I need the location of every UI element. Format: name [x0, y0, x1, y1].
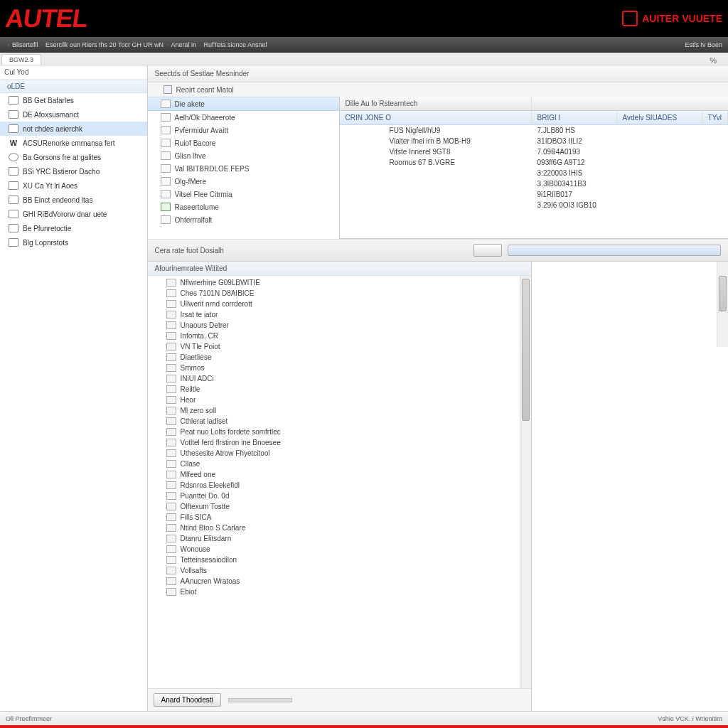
folder-icon [161, 126, 171, 134]
module-item[interactable]: Votltel ferd flrstiron ine Bnoesee [148, 437, 531, 448]
tab-active[interactable]: BGW2.3 [1, 54, 41, 65]
category-item[interactable]: Aelh/Ok Dhaeerote [148, 111, 339, 124]
tab-right-icon[interactable]: % [710, 56, 728, 65]
sidebar-item[interactable]: BB Einct endeond ltas [0, 193, 147, 207]
module-item[interactable]: Cllase [148, 459, 531, 469]
module-item[interactable]: Puanttei Do. 0d [148, 491, 531, 501]
module-item[interactable]: INiUl ADCi [148, 373, 531, 384]
module-item[interactable]: Ebiot [148, 587, 531, 597]
box-icon [9, 181, 18, 190]
module-item[interactable]: Irsat te iator [148, 309, 531, 320]
category-item[interactable]: Raseertolume [148, 200, 339, 213]
sidebar-item[interactable]: Ba Gorsons fre at galites [0, 150, 147, 164]
module-item[interactable]: Peat nuo Lolts fordete somfrtlec [148, 427, 531, 437]
module-item[interactable]: Rdsnros Eleekefidl [148, 480, 531, 491]
scroll-thumb[interactable] [522, 279, 530, 421]
module-item[interactable]: Uthesesite Atrow Fhyetcitool [148, 448, 531, 459]
sidebar-item[interactable]: BSi YRC Bstieror Dacho [0, 164, 147, 178]
sidebar-item[interactable]: WACSURenorke cmrnansa fert [0, 136, 147, 150]
module-item[interactable]: Cthlerat ladlset [148, 416, 531, 427]
sidebar-item[interactable]: DE Afoxsusmanct [0, 107, 147, 122]
table-row[interactable]: Roornus 67 B.VGRE093ff6G A9T12 [340, 157, 728, 168]
category-label: Vitsel Flee Citrmia [175, 191, 232, 198]
category-item[interactable]: Vitsel Flee Citrmia [148, 188, 339, 200]
sidebar-section[interactable]: oLDE [0, 80, 147, 93]
cell-name [340, 191, 532, 198]
table-row[interactable]: FUS Nigfell/hU97.JLB80 HS [340, 125, 728, 136]
module-item[interactable]: Wonouse [148, 544, 531, 555]
category-item[interactable]: Ohterrralfalt [148, 213, 339, 226]
table-row[interactable]: 3:220003 IHIS [340, 168, 728, 178]
module-item[interactable]: Heor [148, 395, 531, 405]
module-item[interactable]: Unaours Detrer [148, 320, 531, 331]
module-item[interactable]: Dtanru Elitsdarn [148, 533, 531, 544]
module-label: Diaetliese [181, 353, 212, 361]
sidebar-item-label: BSi YRC Bstieror Dacho [23, 168, 100, 176]
scroll-thumb[interactable] [719, 276, 727, 311]
category-item[interactable]: Die akete [148, 97, 339, 111]
sidebar-item[interactable]: GHI RiBdVororw dnar uete [0, 207, 147, 221]
main-sub[interactable]: Reoirt ceant Matol [148, 82, 728, 97]
module-label: Nflwrerhine G09LBWITIE [181, 279, 260, 287]
module-item[interactable]: Ntind Btoo S Carlare [148, 523, 531, 533]
module-item[interactable]: Ches 7101N D8AIBICE [148, 288, 531, 299]
module-label: Peat nuo Lolts fordete somfrtlec [181, 428, 281, 436]
table-row[interactable]: Vialter ifnei irn B MOB-H931IDBO3 IILI2 [340, 136, 728, 146]
col-header[interactable]: TYvl [702, 111, 728, 124]
action-button[interactable]: Anard Thoodesti [154, 693, 221, 707]
menu-right[interactable]: Estls tv Boen [685, 41, 722, 48]
module-item[interactable]: Nflwrerhine G09LBWITIE [148, 277, 531, 288]
scrollbar[interactable] [717, 262, 728, 347]
detail-button[interactable] [473, 244, 502, 257]
sidebar-header: Cul Yod [0, 65, 147, 80]
category-item[interactable]: Glisn lhve [148, 149, 339, 162]
module-item[interactable]: AAnucren Wratoas [148, 576, 531, 587]
module-item[interactable]: Diaetliese [148, 352, 531, 363]
module-item[interactable]: Smmos [148, 363, 531, 373]
table-row[interactable]: 3.3IB003411B3 [340, 178, 728, 189]
folder-icon [161, 203, 171, 211]
sidebar-item[interactable]: Blg Lopnrstots [0, 235, 147, 250]
table-row[interactable]: Vifste Innerel 9GT87.09B4A0193 [340, 146, 728, 157]
col-header[interactable]: BRIGI I [532, 111, 617, 124]
menu-item[interactable]: RufTeta sionce Ansnel [203, 41, 267, 48]
sidebar-item-label: Be Pfunretoctie [23, 225, 71, 232]
sidebar-item[interactable]: not chdes aeierchk [0, 122, 147, 136]
module-item[interactable]: VN Tle Poiot [148, 341, 531, 352]
cell-name [340, 180, 532, 188]
module-item[interactable]: Ml zero soll [148, 405, 531, 416]
sidebar-item[interactable]: Be Pfunretoctie [0, 221, 147, 235]
module-label: Ebiot [181, 588, 197, 596]
module-item[interactable]: Fills SICA [148, 512, 531, 523]
folder-icon [161, 151, 171, 160]
category-item[interactable]: Pvfermidur Avaitt [148, 124, 339, 136]
table-row[interactable]: 3.29I6 0OI3 IGB10 [340, 200, 728, 210]
module-item[interactable]: Ullwerit nrnd corrderott [148, 299, 531, 309]
module-label: Rdsnros Eleekefidl [181, 481, 240, 489]
col-header[interactable]: Avdelv SIUADES [617, 111, 702, 124]
box-icon [9, 124, 18, 133]
module-item[interactable]: Mlfeed one [148, 469, 531, 480]
sidebar-item[interactable]: BB Get Bafarles [0, 93, 147, 107]
category-item[interactable]: Olg-fMere [148, 175, 339, 188]
slider-track[interactable] [228, 698, 292, 702]
table-row[interactable]: 9i1RIIB017 [340, 189, 728, 200]
module-item[interactable]: Olftexum Tostte [148, 501, 531, 512]
module-item[interactable]: Infomta. CR [148, 331, 531, 341]
detail-bar: Cera rate fuot Dosialh [148, 239, 728, 262]
sidebar-item[interactable]: XU Ca Yt lri Aoes [0, 178, 147, 193]
box-icon [9, 96, 18, 105]
scrollbar[interactable] [520, 276, 531, 688]
module-item[interactable]: Tetteinsesaiodilon [148, 555, 531, 565]
category-label: Olg-fMere [175, 178, 206, 186]
category-item[interactable]: Ruiof Bacore [148, 136, 339, 149]
category-item[interactable]: Val IBITBRDLOE FEPS [148, 162, 339, 175]
module-item[interactable]: Reiltle [148, 384, 531, 395]
module-item[interactable]: Vollsafts [148, 565, 531, 576]
menu-item[interactable]: Esercilk oun Riers ths 20 Tocr GH UR wN [46, 41, 164, 48]
col-header[interactable]: CRIN JONE O [340, 111, 532, 124]
menu-item[interactable]: Blisertefil [12, 41, 38, 48]
bottom-stripe [0, 725, 728, 728]
menu-item[interactable]: Aneral in [171, 41, 196, 48]
data-table: Dille Au fo Rstearntech CRIN JONE O BRIG… [340, 97, 728, 239]
